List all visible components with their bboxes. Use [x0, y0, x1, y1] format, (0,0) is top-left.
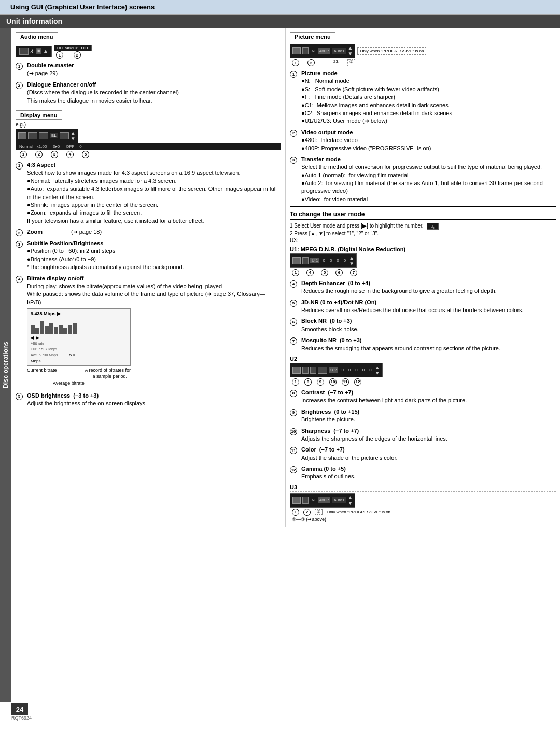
- u2-screen: U 2 0 0 0 0 0 ▲▼ 1 8 9: [290, 363, 556, 386]
- audio-item-1: 1 Double re-master (➜ page 29): [16, 62, 281, 78]
- u1-item-6: 6 Block NR (0 to +3) Smoothes block nois…: [290, 317, 556, 333]
- audio-screen-labels: OFF/48kHz OFF 1 2: [54, 45, 92, 59]
- audio-menu-section: Audio menu 才 ⊞ ▲ OFF/48kHz: [16, 32, 281, 105]
- display-item-2: 2 Zoom (➜ page 18): [16, 228, 281, 236]
- audio-menu-screen: 才 ⊞ ▲ OFF/48kHz OFF 1 2: [16, 45, 281, 59]
- footer: 24 RQT6924: [0, 702, 560, 721]
- u1-indicator: u1: [427, 223, 438, 230]
- side-tab: Disc operations: [0, 28, 11, 702]
- u3-above: ①—③ (➜above): [290, 517, 556, 522]
- user-mode-section: To change the user mode 1 Select User mo…: [290, 210, 556, 522]
- u1-item-4: 4 Depth Enhancer (0 to +4) Reduces the r…: [290, 279, 556, 295]
- top-header: Using GUI (Graphical User Interface) scr…: [0, 0, 560, 15]
- header-title: Using GUI (Graphical User Interface) scr…: [10, 3, 155, 11]
- u2-item-11: 11 Color (−7 to +7) Adjust the shade of …: [290, 446, 556, 462]
- bitrate-diagram: 9.438 Mbps ▶: [27, 308, 281, 386]
- display-item-3: 3 Subtitle Position/Brightness ●Position…: [16, 239, 281, 272]
- u2-title: U2: [290, 356, 556, 362]
- display-item-4: 4 Bitrate display on/off During play: sh…: [16, 275, 281, 389]
- audio-item-2: 2 Dialogue Enhancer on/off (Discs where …: [16, 81, 281, 105]
- picture-menu-label: Picture menu: [290, 32, 335, 41]
- u3-screen: N 480P Auto1 ▲▼ 1 2 ③ Only when "PROGRES…: [290, 493, 556, 522]
- picture-menu-screen: N 480P Auto1 ▲▼ Only when "PROGRESSIVE" …: [290, 44, 556, 66]
- u1-item-7: 7 Mosquito NR (0 to +3) Reduces the smud…: [290, 336, 556, 353]
- main-content: Disc operations Audio menu 才 ⊞: [0, 28, 560, 702]
- u1-title: U1: MPEG D.N.R. (Digital Noise Reduction…: [290, 246, 556, 252]
- display-menu-section: Display menu e.g.) BL ▲▼: [16, 110, 281, 407]
- picture-item-2: 2 Video output mode ●480I: Interlace vid…: [290, 129, 556, 152]
- display-menu-screen: BL ▲▼ Normal x1.00 0▸0 OFF 0: [16, 129, 281, 158]
- right-column: Picture menu N 480P Auto1 ▲▼: [286, 28, 560, 527]
- display-item-5: 5 OSD brightness (−3 to +3) Adjust the b…: [16, 392, 281, 408]
- audio-icon: [19, 48, 29, 55]
- audio-screen-ui: 才 ⊞ ▲: [16, 46, 52, 57]
- rqt-label: RQT6924: [11, 715, 32, 721]
- u1-item-5: 5 3D-NR (0 to +4)/Dot NR (On) Reduces ov…: [290, 299, 556, 315]
- section-title: Unit information: [0, 15, 560, 28]
- user-mode-step2: 2 Press [▲, ▼] to select "1", "2" or "3"…: [290, 231, 556, 236]
- u2-item-10: 10 Sharpness (−7 to +7) Adjusts the shar…: [290, 427, 556, 443]
- display-screen-ui: BL ▲▼: [16, 129, 78, 143]
- content-area: Audio menu 才 ⊞ ▲ OFF/48kHz: [11, 28, 560, 702]
- picture-item-3: 3 Transfer mode Select the method of con…: [290, 156, 556, 203]
- picture-item-1: 1 Picture mode ●N: Normal mode ●S: Soft …: [290, 69, 556, 125]
- u2-item-9: 9 Brightness (0 to +15) Brightens the pi…: [290, 408, 556, 424]
- audio-menu-label: Audio menu: [16, 32, 58, 41]
- display-menu-label: Display menu: [16, 110, 62, 120]
- display-item-1: 1 4:3 Aspect Select how to show images m…: [16, 161, 281, 225]
- u2-item-8: 8 Contrast (−7 to +7) Increases the cont…: [290, 389, 556, 405]
- two-column-layout: Audio menu 才 ⊞ ▲ OFF/48kHz: [11, 28, 560, 527]
- picture-menu-section: Picture menu N 480P Auto1 ▲▼: [290, 32, 556, 203]
- user-mode-title: To change the user mode: [290, 210, 556, 220]
- page-number: 24: [11, 703, 28, 715]
- user-mode-step1: 1 Select User mode and press [▶] to high…: [290, 223, 556, 230]
- u2-item-12: 12 Gamma (0 to +5) Emphasis of outlines.: [290, 465, 556, 481]
- u1-screen: U 1 0 0 0 0 ▲▼ 1 4 5 6: [290, 253, 556, 276]
- eg-label: e.g.): [16, 122, 281, 128]
- u3-title: U3: [290, 484, 556, 490]
- user-mode-u3: U3:: [290, 237, 556, 243]
- page-container: Using GUI (Graphical User Interface) scr…: [0, 0, 560, 747]
- bitrate-bars: [31, 318, 127, 334]
- picture-menu-note: Only when "PROGRESSIVE" is on: [357, 47, 426, 55]
- left-column: Audio menu 才 ⊞ ▲ OFF/48kHz: [11, 28, 286, 527]
- u3-note: Only when "PROGRESSIVE" is on: [327, 510, 390, 514]
